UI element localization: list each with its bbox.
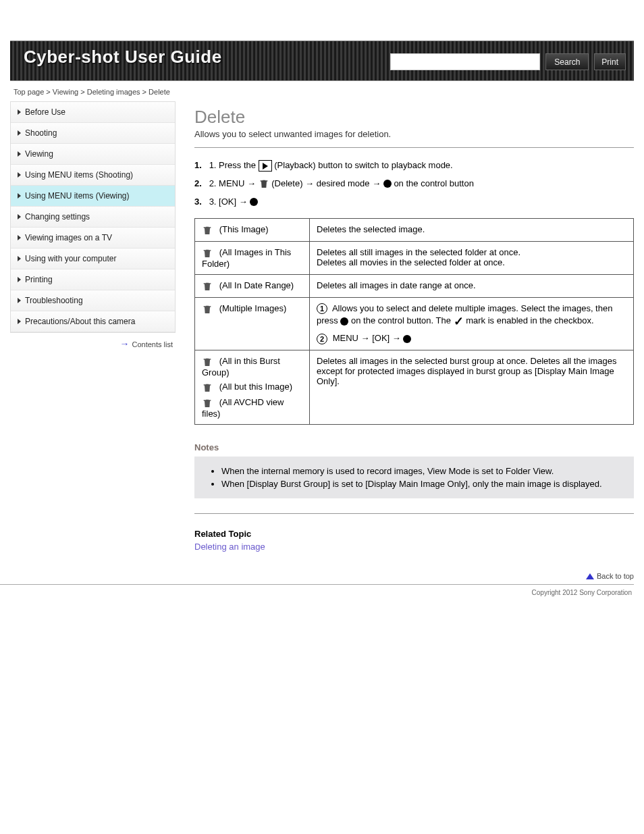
contents-list-link[interactable]: →Contents list: [10, 333, 176, 349]
delete-multiple-icon: [202, 303, 214, 315]
main-content: Delete Allows you to select unwanted ima…: [176, 99, 634, 552]
circled-2-icon: 2: [317, 334, 327, 344]
delete-all-but-this-icon: [202, 382, 214, 393]
step-1-text-b: (Playback) button to switch to playback …: [274, 160, 452, 170]
sidebar-item-viewing[interactable]: Viewing: [11, 144, 175, 165]
page-title: Delete: [194, 107, 634, 128]
check-icon: ✓: [454, 314, 464, 329]
sidebar-item-computer[interactable]: Using with your computer: [11, 249, 175, 269]
steps: 1. 1. Press the (Playback) button to swi…: [194, 159, 634, 209]
sidebar-item-tv[interactable]: Viewing images on a TV: [11, 228, 175, 249]
chevron-right-icon: [18, 298, 21, 303]
back-to-top[interactable]: Back to top: [0, 572, 634, 585]
header-controls: Search Print: [390, 53, 626, 70]
delete-this-image-icon: [202, 225, 214, 236]
option-label: (All AVCHD view files): [202, 397, 284, 419]
sidebar-item-menu-viewing[interactable]: Using MENU items (Viewing): [11, 186, 175, 207]
substep-text: MENU: [333, 333, 358, 343]
substep-text: [OK]: [372, 333, 390, 343]
chevron-right-icon: [18, 151, 21, 157]
option-label: (All In Date Range): [219, 280, 294, 290]
breadcrumb-deleting[interactable]: Deleting images: [87, 88, 140, 96]
page-subtitle: Allows you to select unwanted images for…: [194, 129, 634, 139]
print-button[interactable]: Print: [594, 53, 626, 70]
delete-all-folder-icon: [202, 248, 214, 259]
sidebar-item-label: Using with your computer: [25, 254, 116, 263]
option-desc: Deletes the selected image.: [310, 219, 634, 242]
contents-list-label: Contents list: [132, 340, 173, 348]
chevron-right-icon: [18, 109, 21, 115]
playback-icon: [259, 160, 272, 172]
step-2-text-c: desired mode: [317, 178, 370, 188]
option-label: (All Images in This Folder): [202, 247, 291, 269]
header-bar: Cyber-shot User Guide Search Print: [10, 41, 634, 81]
option-label: (This Image): [219, 224, 269, 234]
chevron-right-icon: [18, 277, 21, 282]
substep-text: mark is enabled in the checkbox.: [466, 316, 593, 326]
sidebar-item-printing[interactable]: Printing: [11, 269, 175, 290]
chevron-right-icon: [18, 256, 21, 261]
copyright: Copyright 2012 Sony Corporation: [0, 589, 632, 596]
substep-2: 2 MENU → [OK] →: [317, 333, 626, 344]
sidebar-item-changing-settings[interactable]: Changing settings: [11, 207, 175, 228]
breadcrumb-viewing[interactable]: Viewing: [53, 88, 78, 96]
arrow-up-icon: [586, 573, 594, 579]
sidebar-item-label: Viewing: [25, 149, 53, 159]
table-row: (All in this Burst Group) (All but this …: [195, 350, 634, 425]
chevron-right-icon: [18, 193, 21, 199]
sidebar-item-label: Printing: [25, 275, 53, 284]
sidebar-item-before-use[interactable]: Before Use: [11, 102, 175, 123]
option-desc: Deletes all movies in the selected folde…: [317, 257, 626, 267]
sidebar-item-shooting[interactable]: Shooting: [11, 123, 175, 144]
note-item: When [Display Burst Group] is set to [Di…: [221, 479, 620, 489]
option-desc: Deletes all still images in the selected…: [317, 247, 626, 257]
option-desc: Deletes all images in date range at once…: [310, 275, 634, 298]
breadcrumb: Top page > Viewing > Deleting images > D…: [0, 81, 644, 99]
table-row: (Multiple Images) 1 Allows you to select…: [195, 297, 634, 350]
divider: [194, 147, 634, 148]
sidebar-item-label: Before Use: [25, 107, 65, 117]
back-to-top-label: Back to top: [597, 572, 634, 580]
step-1-text-a: 1. Press the: [209, 160, 256, 170]
sidebar-item-label: Precautions/About this camera: [25, 317, 135, 326]
option-label: (All but this Image): [219, 382, 292, 392]
search-input[interactable]: [390, 53, 540, 70]
chevron-right-icon: [18, 130, 21, 136]
chevron-right-icon: [18, 214, 21, 219]
sidebar-item-troubleshooting[interactable]: Troubleshooting: [11, 290, 175, 311]
search-button[interactable]: Search: [545, 53, 589, 70]
table-row: (All Images in This Folder) Deletes all …: [195, 242, 634, 275]
chevron-right-icon: [18, 172, 21, 178]
step-1: 1. 1. Press the (Playback) button to swi…: [194, 159, 634, 173]
arrow-right-icon: →: [119, 338, 129, 349]
breadcrumb-top[interactable]: Top page: [14, 88, 44, 96]
sidebar-item-label: Using MENU items (Viewing): [25, 191, 129, 201]
substep-1: 1 Allows you to select and delete multip…: [317, 303, 626, 330]
sidebar-item-label: Viewing images on a TV: [25, 233, 112, 242]
sidebar-item-label: Changing settings: [25, 212, 90, 221]
circled-1-icon: 1: [317, 303, 327, 314]
note-item: When the internal memory is used to reco…: [221, 466, 620, 476]
substep-text: on the control button. The: [351, 316, 451, 326]
table-row: (All In Date Range) Deletes all images i…: [195, 275, 634, 298]
delete-options-table: (This Image) Deletes the selected image.…: [194, 218, 634, 424]
sidebar-item-menu-shooting[interactable]: Using MENU items (Shooting): [11, 165, 175, 186]
divider: [194, 513, 634, 514]
delete-all-avchd-icon: [202, 397, 214, 409]
option-desc: Deletes all images in the selected burst…: [310, 350, 634, 425]
sidebar-item-label: Using MENU items (Shooting): [25, 170, 133, 180]
chevron-right-icon: [18, 319, 21, 324]
sidebar-item-label: Shooting: [25, 128, 57, 138]
table-row: (This Image) Deletes the selected image.: [195, 219, 634, 242]
delete-all-date-icon: [202, 280, 214, 292]
delete-all-burst-icon: [202, 356, 214, 367]
step-2: 2. 2. MENU → (Delete) → desired mode → o…: [194, 177, 634, 191]
related-topic-heading: Related Topic: [194, 529, 634, 539]
sidebar-item-precautions[interactable]: Precautions/About this camera: [11, 311, 175, 332]
step-2-text-d: on the control button: [394, 178, 474, 188]
sidebar-item-label: Troubleshooting: [25, 296, 83, 305]
trash-icon: [259, 178, 272, 188]
notes-box: When the internal memory is used to reco…: [194, 457, 634, 498]
nav-list: Before Use Shooting Viewing Using MENU i…: [10, 101, 176, 333]
related-link[interactable]: Deleting an image: [194, 542, 265, 552]
